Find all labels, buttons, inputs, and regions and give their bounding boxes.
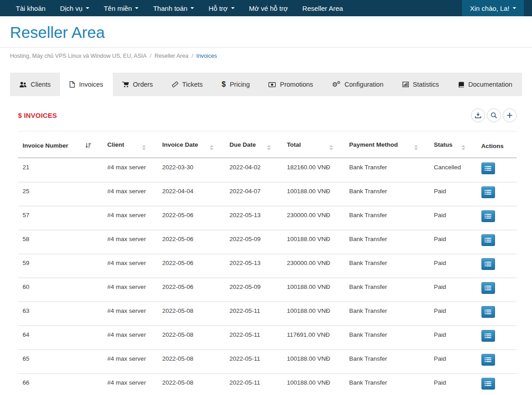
cell-total: 100188.00 VNĐ (282, 374, 345, 395)
column-header-invoice-date[interactable]: Invoice Date (157, 131, 225, 158)
nav-item-label: Reseller Area (302, 5, 343, 12)
invoice-details-button[interactable] (481, 234, 495, 246)
cell-payment-method: Bank Transfer (345, 158, 430, 182)
cell-total: 182160.00 VNĐ (282, 158, 345, 182)
cell-client: #4 max server (103, 278, 158, 302)
cell-invoice-date: 2022-05-06 (157, 230, 225, 254)
cell-invoice-date: 2022-05-08 (157, 374, 225, 395)
cell-client: #4 max server (103, 206, 158, 230)
nav-item-thanh-toan[interactable]: Thanh toán (146, 0, 201, 16)
invoice-details-button[interactable] (481, 210, 495, 222)
tab-orders[interactable]: Orders (113, 73, 162, 96)
nav-item-label: Tên miền (104, 5, 132, 12)
invoice-row: 57#4 max server2022-05-062022-05-1323000… (18, 206, 517, 230)
tab-label: Pricing (230, 81, 250, 88)
sort-icon (142, 142, 146, 150)
page: Tài khoảnDịch vụTên miềnThanh toánHỗ trợ… (0, 0, 532, 395)
invoice-details-button[interactable] (481, 330, 495, 342)
nav-item-reseller-area[interactable]: Reseller Area (295, 0, 350, 16)
cell-invoice-number: 63 (18, 302, 103, 326)
list-icon (485, 285, 491, 291)
cell-invoice-number: 25 (18, 182, 103, 206)
plus-button[interactable] (503, 108, 517, 122)
tab-configuration[interactable]: ⚙⚙Configuration (323, 73, 393, 96)
tab-documentation[interactable]: Documentation (449, 73, 522, 96)
section-heading: $ INVOICES (18, 112, 57, 119)
column-header-status[interactable]: Status (430, 131, 477, 158)
tab-clients[interactable]: Clients (10, 73, 60, 96)
bar-chart-icon (402, 82, 409, 87)
column-label: Due Date (230, 141, 256, 148)
column-label: Invoice Number (23, 142, 68, 149)
cell-payment-method: Bank Transfer (345, 374, 430, 395)
invoice-row: 59#4 max server2022-05-062022-05-1323000… (18, 254, 517, 278)
cell-payment-method: Bank Transfer (345, 230, 430, 254)
tab-promotions[interactable]: Promotions (259, 73, 322, 96)
column-label: Invoice Date (162, 141, 198, 148)
tab-statistics[interactable]: Statistics (393, 73, 449, 96)
tab-tickets[interactable]: Tickets (162, 73, 212, 96)
nav-item-label: Thanh toán (153, 5, 187, 12)
download-button[interactable] (471, 108, 485, 122)
column-header-payment-method[interactable]: Payment Method (345, 131, 430, 158)
column-header-total[interactable]: Total (282, 131, 345, 158)
search-button[interactable] (487, 108, 501, 122)
cell-actions (477, 254, 517, 278)
cell-actions (477, 302, 517, 326)
column-header-due-date[interactable]: Due Date (225, 131, 282, 158)
column-header-client[interactable]: Client (103, 131, 158, 158)
invoice-details-button[interactable] (481, 186, 495, 198)
top-navbar: Tài khoảnDịch vụTên miềnThanh toánHỗ trợ… (0, 0, 532, 16)
cell-actions (477, 278, 517, 302)
list-icon (485, 214, 491, 219)
breadcrumb-separator: / (188, 53, 196, 59)
invoice-details-button[interactable] (481, 163, 495, 174)
breadcrumb-link[interactable]: Hosting, Máy chủ VPS Linux và Window US,… (10, 53, 147, 59)
dollar-icon: $ (222, 80, 226, 88)
cell-invoice-number: 65 (18, 350, 103, 374)
list-icon (485, 357, 491, 362)
cell-client: #4 max server (103, 182, 158, 206)
column-header-invoice-number[interactable]: Invoice Number (18, 131, 103, 158)
invoice-details-button[interactable] (481, 354, 495, 366)
cell-client: #4 max server (103, 374, 158, 395)
cell-actions (477, 326, 517, 350)
user-menu[interactable]: Xin chào, La! (462, 0, 524, 16)
tab-pricing[interactable]: $Pricing (212, 73, 259, 96)
nav-item-mo-ve-ho-tro[interactable]: Mở vé hỗ trợ (242, 0, 295, 16)
column-header-actions: Actions (477, 131, 517, 158)
list-icon (485, 333, 491, 339)
cell-client: #4 max server (103, 158, 158, 182)
cell-status: Paid (430, 350, 477, 374)
invoice-details-button[interactable] (481, 378, 495, 390)
nav-item-ho-tro[interactable]: Hỗ trợ (201, 0, 241, 16)
invoice-details-button[interactable] (481, 306, 495, 318)
nav-item-tai-khoan[interactable]: Tài khoản (9, 0, 53, 16)
cell-total: 100188.00 VNĐ (282, 182, 345, 206)
invoice-row: 63#4 max server2022-05-082022-05-1110018… (18, 302, 517, 326)
sort-icon (329, 142, 333, 150)
caret-down-icon (231, 7, 235, 9)
nav-item-dich-vu[interactable]: Dịch vụ (53, 0, 97, 16)
nav-item-label: Mở vé hỗ trợ (249, 5, 288, 12)
tab-label: Orders (133, 81, 153, 88)
cart-icon (122, 81, 129, 88)
cell-invoice-date: 2022-05-08 (157, 350, 225, 374)
nav-item-label: Hỗ trợ (208, 5, 227, 12)
list-icon (485, 261, 491, 267)
breadcrumb-current: Invoices (196, 53, 217, 59)
tab-label: Statistics (413, 81, 439, 88)
invoice-details-button[interactable] (481, 282, 495, 294)
cell-total: 230000.00 VNĐ (282, 254, 345, 278)
breadcrumb-link[interactable]: Reseller Area (154, 53, 188, 59)
column-label: Total (287, 141, 301, 148)
cell-invoice-number: 59 (18, 254, 103, 278)
cell-actions (477, 158, 517, 182)
tab-invoices[interactable]: Invoices (60, 73, 112, 96)
cell-client: #4 max server (103, 350, 158, 374)
cell-invoice-date: 2022-05-06 (157, 254, 225, 278)
caret-down-icon (513, 7, 516, 9)
cell-actions (477, 206, 517, 230)
nav-item-ten-mien[interactable]: Tên miền (97, 0, 146, 16)
invoice-details-button[interactable] (481, 258, 495, 270)
